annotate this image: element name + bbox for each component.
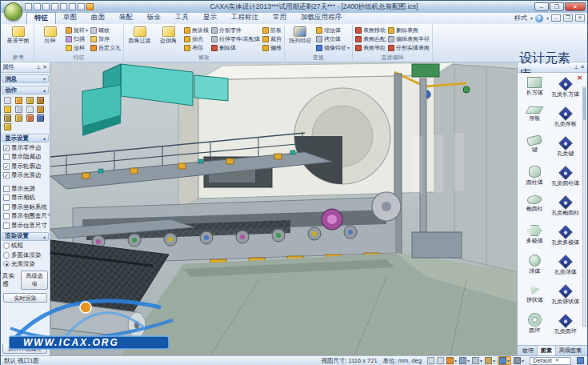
- element-sphere[interactable]: 球体: [519, 253, 550, 283]
- button-split-solid-face[interactable]: 分割实体表面: [388, 43, 430, 52]
- undo-icon[interactable]: [69, 3, 76, 10]
- help-icon[interactable]: ?: [535, 14, 543, 22]
- action-icon-9[interactable]: [4, 114, 11, 122]
- action-icon-1[interactable]: [4, 97, 11, 104]
- checkbox[interactable]: ✓: [3, 145, 10, 151]
- redo-icon[interactable]: [78, 3, 85, 10]
- element-hole-pie[interactable]: 孔类饼状体: [550, 283, 582, 312]
- maximize-button[interactable]: ❒: [550, 2, 564, 11]
- tab-addins[interactable]: 加载应用程序: [294, 12, 349, 24]
- checkbox[interactable]: [3, 186, 10, 192]
- button-face-offset[interactable]: 表面等距: [355, 43, 386, 52]
- tab-sheetmetal[interactable]: 钣金: [140, 12, 168, 24]
- button-thicken[interactable]: 加厚: [90, 34, 121, 43]
- display-option-row[interactable]: 显示隐藏边: [1, 153, 50, 162]
- button-face-match[interactable]: 表面匹配: [355, 34, 386, 43]
- button-stretch-part[interactable]: 拉伸零件/装配体: [211, 34, 260, 43]
- checkbox[interactable]: [3, 223, 10, 229]
- action-icon-5[interactable]: [4, 106, 11, 113]
- element-ellipse-cylinder[interactable]: 椭圆柱: [519, 194, 550, 223]
- element-hole-cylinder[interactable]: 孔类圆柱体: [550, 164, 582, 194]
- display-option-row[interactable]: ✓显示轮廓边: [1, 162, 50, 171]
- save-icon[interactable]: [60, 3, 67, 10]
- copy-icon[interactable]: [42, 3, 50, 10]
- button-rib[interactable]: 筋板: [262, 26, 282, 34]
- action-icon-3[interactable]: [26, 97, 34, 104]
- orbit-icon[interactable]: [427, 357, 434, 364]
- help-dropdown-arrow-icon[interactable]: ▾: [546, 15, 549, 21]
- button-thread[interactable]: 螺纹: [90, 26, 121, 34]
- render-settings-header[interactable]: 渲染设置▴: [2, 232, 49, 241]
- display-option-row[interactable]: ✓显示零件边: [1, 143, 50, 153]
- tab-assembly[interactable]: 装配: [112, 12, 140, 24]
- button-shell[interactable]: 抽壳: [184, 34, 209, 43]
- button-edit-face-radius[interactable]: 编辑表面半径: [388, 34, 430, 43]
- action-icon-2[interactable]: [15, 97, 22, 104]
- open-folder-icon[interactable]: [51, 3, 58, 10]
- edit-mode-icon[interactable]: [577, 357, 584, 364]
- button-chamfer[interactable]: 边倒角: [155, 26, 182, 43]
- tab-sketch[interactable]: 草图: [56, 12, 84, 24]
- radio-button[interactable]: [3, 243, 10, 249]
- library-tab-advanced-element[interactable]: 高级图素: [556, 346, 585, 355]
- display-option-row[interactable]: 显示相机: [1, 194, 50, 203]
- button-delete-body[interactable]: 删除体: [211, 43, 260, 52]
- tab-tools[interactable]: 工具: [168, 12, 196, 24]
- element-hole-torus[interactable]: 孔类圆环: [550, 312, 582, 342]
- action-icon-13[interactable]: [4, 123, 11, 130]
- button-scale-body[interactable]: 缩放体: [316, 26, 350, 34]
- action-icon-12[interactable]: [37, 114, 44, 122]
- button-face-move[interactable]: 表面移动: [355, 26, 386, 34]
- library-tab-element[interactable]: 图素: [537, 345, 556, 355]
- camera-icon[interactable]: ▾: [514, 357, 524, 364]
- rotate-view-icon[interactable]: [437, 357, 444, 364]
- element-hole-slab[interactable]: 孔类厚板: [550, 105, 582, 134]
- button-boolean[interactable]: 布尔: [184, 43, 209, 52]
- display-option-row[interactable]: 显示位置尺寸: [1, 221, 50, 231]
- element-key[interactable]: 键: [519, 134, 550, 164]
- checkbox[interactable]: ✓: [3, 172, 10, 178]
- pin-icon[interactable]: ⊥: [573, 64, 579, 70]
- app-logo-button[interactable]: [4, 2, 22, 21]
- doc-close-button[interactable]: ✕: [575, 14, 585, 22]
- display-option-row[interactable]: ✓显示光滑边: [1, 171, 50, 181]
- element-hole-box[interactable]: 孔类长方体: [550, 75, 582, 105]
- element-cylinder[interactable]: 圆柱体: [519, 164, 550, 194]
- element-hole-sphere[interactable]: 孔类球体: [550, 253, 582, 283]
- element-hole-ellipse-cylinder[interactable]: 孔类椭圆柱: [550, 194, 582, 223]
- action-icon-4[interactable]: [37, 97, 44, 104]
- button-trim[interactable]: 裁剪: [262, 34, 282, 43]
- style-menu[interactable]: 样式: [514, 14, 527, 22]
- panel-close-icon[interactable]: ✕: [579, 64, 586, 70]
- design-environment-properties-tab[interactable]: 设计环境属性: [2, 344, 47, 354]
- window-icon[interactable]: ▾: [498, 356, 511, 365]
- appearance-icon[interactable]: ▾: [446, 357, 457, 364]
- button-mirror-feature[interactable]: 镜像特征▾: [316, 43, 350, 52]
- library-page-close-icon[interactable]: ✕: [577, 74, 582, 82]
- button-fillet[interactable]: 圆角过渡: [126, 26, 153, 43]
- radio-button[interactable]: [3, 261, 10, 267]
- action-icon-11[interactable]: [26, 114, 34, 122]
- new-icon[interactable]: [25, 3, 32, 10]
- button-custom-hole[interactable]: 自定义孔: [90, 43, 121, 52]
- element-pie[interactable]: 饼状体: [519, 283, 550, 312]
- message-section-header[interactable]: 消息▾: [2, 74, 49, 83]
- display-settings-header[interactable]: 显示设置▴: [2, 134, 49, 142]
- tab-display[interactable]: 显示: [196, 12, 224, 24]
- element-box[interactable]: 长方体: [519, 75, 550, 105]
- tab-common[interactable]: 常用: [266, 12, 294, 24]
- button-sweep[interactable]: 扫描: [66, 34, 88, 43]
- element-prism[interactable]: 多棱体: [519, 223, 550, 253]
- button-datum-plane[interactable]: 基准平面: [5, 26, 31, 43]
- button-loft[interactable]: 放样: [66, 43, 88, 52]
- button-offset[interactable]: 偏移: [262, 43, 282, 52]
- element-slab[interactable]: 厚板: [519, 105, 550, 134]
- tab-feature[interactable]: 特征: [26, 12, 56, 24]
- display-option-row[interactable]: 显示包围盒尺寸: [1, 212, 50, 222]
- element-torus[interactable]: 圆环: [519, 312, 550, 342]
- button-split-part[interactable]: 分裂零件: [211, 26, 260, 34]
- element-hole-prism[interactable]: 孔类多棱体: [550, 223, 582, 253]
- screenshot-icon[interactable]: [86, 3, 94, 10]
- tab-surface[interactable]: 曲面: [84, 12, 112, 24]
- button-delete-face[interactable]: 删除表面: [388, 26, 430, 34]
